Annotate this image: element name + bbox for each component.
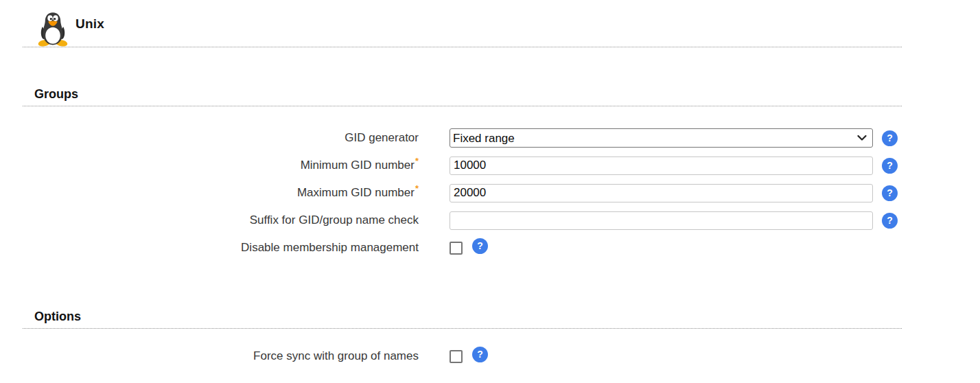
row-minimum-gid: Minimum GID number* ? [23,152,902,179]
maximum-gid-field [450,184,873,202]
suffix-check-label: Suffix for GID/group name check [23,213,450,227]
disable-membership-label: Disable membership management [23,241,450,255]
row-maximum-gid: Maximum GID number* ? [23,179,902,207]
disable-membership-checkbox[interactable] [450,242,463,255]
gid-generator-help-cell: ? [882,130,898,146]
field-label-text: GID generator [345,131,419,144]
field-label-text: Force sync with group of names [253,349,419,362]
suffix-gid-check-input[interactable] [450,211,873,230]
force-sync-label: Force sync with group of names [23,349,450,363]
disable-membership-help-cell: ? [472,238,488,254]
tux-penguin-icon [36,10,69,49]
help-icon[interactable]: ? [472,347,488,362]
suffix-check-field [450,211,873,230]
groups-rows: GID generator Fixed range ? [23,106,902,262]
field-label-text: Disable membership management [241,241,419,254]
module-header: Unix [23,0,902,47]
gid-generator-field: Fixed range [450,128,873,148]
row-suffix-check: Suffix for GID/group name check ? [23,207,902,234]
help-icon[interactable]: ? [472,238,488,254]
field-label-text: Maximum GID number [297,186,415,199]
field-label-text: Suffix for GID/group name check [250,213,419,227]
force-sync-field: ? [450,350,873,363]
maximum-gid-input[interactable] [450,184,873,202]
required-marker: * [415,156,419,166]
section-groups: Groups GID generator Fixed range [23,87,902,262]
section-title-groups: Groups [23,87,902,106]
row-disable-membership: Disable membership management ? [23,234,902,262]
minimum-gid-field [450,156,873,175]
section-options: Options Force sync with group of names ? [23,310,902,370]
gid-generator-select[interactable]: Fixed range [450,128,873,148]
field-label-text: Minimum GID number [301,159,415,172]
suffix-check-help-cell: ? [882,213,898,229]
minimum-gid-input[interactable] [450,156,873,175]
gid-generator-label: GID generator [23,131,450,145]
options-rows: Force sync with group of names ? [23,329,902,370]
help-icon[interactable]: ? [882,213,898,229]
help-icon[interactable]: ? [882,130,898,146]
maximum-gid-help-cell: ? [882,185,898,201]
unix-settings-page: Unix Groups GID generator Fixed range [23,0,902,370]
minimum-gid-label: Minimum GID number* [23,159,450,172]
disable-membership-field: ? [450,242,873,255]
section-title-options: Options [23,310,902,329]
row-force-sync: Force sync with group of names ? [23,343,902,370]
force-sync-checkbox[interactable] [450,350,463,363]
row-gid-generator: GID generator Fixed range ? [23,124,902,152]
minimum-gid-help-cell: ? [882,158,898,174]
required-marker: * [415,183,419,194]
page-title: Unix [75,16,104,32]
gid-generator-select-wrap: Fixed range [450,128,873,148]
help-icon[interactable]: ? [882,158,898,174]
help-icon[interactable]: ? [882,185,898,201]
maximum-gid-label: Maximum GID number* [23,186,450,200]
force-sync-help-cell: ? [472,347,488,362]
